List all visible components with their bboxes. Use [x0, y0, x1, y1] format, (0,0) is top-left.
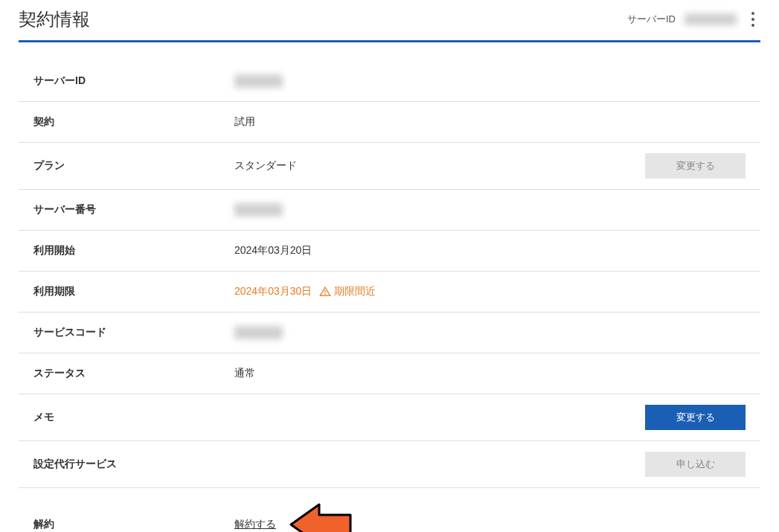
- row-proxy-service: 設定代行サービス 申し込む: [19, 441, 760, 488]
- plan-change-button[interactable]: 変更する: [645, 153, 746, 179]
- svg-marker-2: [291, 504, 350, 532]
- pointer-arrow-icon: [289, 499, 356, 532]
- label-status: ステータス: [33, 367, 234, 380]
- label-memo: メモ: [33, 411, 234, 424]
- row-start-date: 利用開始 2024年03月20日: [19, 231, 760, 272]
- label-service-code: サービスコード: [33, 326, 234, 339]
- value-expiry-warn: 期限間近: [334, 285, 376, 298]
- proxy-apply-button[interactable]: 申し込む: [645, 452, 746, 477]
- row-status: ステータス 通常: [19, 353, 760, 394]
- row-contract: 契約 試用: [19, 102, 760, 143]
- kebab-menu-icon[interactable]: [746, 10, 760, 28]
- row-expiry: 利用期限 2024年03月30日 期限間近: [19, 272, 760, 313]
- contract-info-panel: 契約情報 サーバーID XXXXXX サーバーID XXXXXXX 契約 試用 …: [0, 0, 779, 532]
- value-server-id: XXXXXXX: [234, 74, 283, 88]
- label-cancel: 解約: [33, 518, 234, 531]
- row-memo: メモ 変更する: [19, 394, 760, 441]
- row-server-id: サーバーID XXXXXXX: [19, 61, 760, 102]
- label-start-date: 利用開始: [33, 244, 234, 257]
- value-plan: スタンダード: [234, 159, 645, 173]
- page-header: 契約情報 サーバーID XXXXXX: [19, 7, 760, 42]
- page-title: 契約情報: [19, 7, 90, 31]
- row-plan: プラン スタンダード 変更する: [19, 143, 760, 190]
- header-right: サーバーID XXXXXX: [627, 10, 760, 28]
- label-expiry: 利用期限: [33, 285, 234, 298]
- value-server-number: XXXXXX: [234, 203, 283, 217]
- value-status: 通常: [234, 367, 746, 380]
- memo-change-button[interactable]: 変更する: [645, 405, 746, 430]
- label-plan: プラン: [33, 159, 234, 173]
- value-expiry-date: 2024年03月30日: [234, 285, 312, 298]
- row-service-code: サービスコード XXXXXXXX: [19, 313, 760, 353]
- header-server-id-value: XXXXXX: [685, 13, 737, 25]
- row-server-number: サーバー番号 XXXXXX: [19, 190, 760, 231]
- svg-point-1: [325, 294, 326, 295]
- value-start-date: 2024年03月20日: [234, 244, 746, 257]
- label-contract: 契約: [33, 115, 234, 129]
- value-contract: 試用: [234, 115, 746, 129]
- label-server-id: サーバーID: [33, 74, 234, 88]
- row-cancel: 解約 解約する: [19, 488, 760, 532]
- value-service-code: XXXXXXXX: [234, 326, 283, 339]
- cancel-link[interactable]: 解約する: [234, 518, 276, 531]
- warning-icon: 期限間近: [319, 285, 376, 298]
- label-proxy-service: 設定代行サービス: [33, 458, 234, 471]
- header-server-id-label: サーバーID: [627, 13, 676, 26]
- label-server-number: サーバー番号: [33, 203, 234, 217]
